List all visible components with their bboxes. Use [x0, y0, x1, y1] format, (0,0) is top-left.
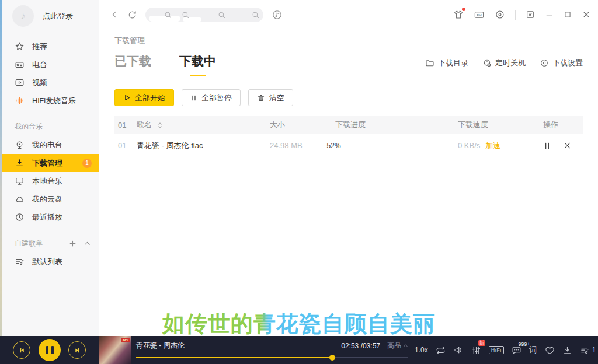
pause-all-label: 全部暂停 [201, 93, 232, 103]
download-directory-button[interactable]: 下载目录 [425, 58, 468, 68]
favorite-heart-icon[interactable] [545, 345, 555, 355]
desktop-lyrics-toggle[interactable]: 词 [529, 345, 537, 355]
row-speed: 0 KB/s [458, 141, 480, 150]
col-progress: 下载进度 [335, 120, 458, 130]
download-settings-label: 下载设置 [552, 58, 583, 68]
sidebar-item-my-radio[interactable]: 我的电台 [2, 136, 99, 154]
sidebar-item-hifi[interactable]: HiFi发烧音乐 [2, 92, 99, 110]
sidebar-item-label: HiFi发烧音乐 [32, 96, 76, 106]
search-icon [164, 10, 172, 19]
quality-selector[interactable]: 高品 [387, 341, 408, 351]
minimize-icon[interactable] [545, 10, 554, 19]
add-playlist-icon[interactable] [69, 240, 77, 247]
player-progress-fill [136, 357, 332, 358]
notification-dot [462, 8, 465, 11]
sidebar-item-label: 下载管理 [32, 158, 62, 169]
sidebar-item-cloud-disk[interactable]: 我的云盘 [2, 190, 99, 208]
row-pause-icon[interactable] [543, 142, 551, 150]
sidebar-item-default-playlist[interactable]: 默认列表 [2, 253, 99, 271]
start-all-button[interactable]: 全部开始 [114, 89, 174, 106]
player-progress-bar[interactable] [136, 357, 408, 358]
next-track-button[interactable] [68, 341, 86, 359]
skin-theme-icon[interactable] [453, 9, 464, 20]
download-icon [15, 158, 25, 168]
playback-rate-button[interactable]: 1.0x [415, 346, 428, 354]
svg-text:FM: FM [477, 13, 482, 16]
mini-mode-icon[interactable] [526, 10, 535, 19]
settings-icon[interactable] [495, 9, 505, 20]
col-speed: 下载速度 [458, 120, 543, 130]
clear-button[interactable]: 清空 [248, 89, 293, 106]
sidebar-section-my-music: 我的音乐 [2, 118, 99, 135]
timed-shutdown-button[interactable]: 定时关机 [482, 58, 526, 68]
refresh-icon[interactable] [127, 10, 137, 20]
now-playing-title: 青花瓷 - 周杰伦 [136, 341, 185, 351]
song-recognition-icon[interactable] [272, 9, 283, 20]
hifi-quality-button[interactable]: HiFi [489, 346, 504, 354]
close-icon[interactable] [582, 10, 591, 19]
queue-count: 1 [592, 346, 596, 354]
download-settings-button[interactable]: 下载设置 [540, 58, 583, 68]
row-song-name: 青花瓷 - 周杰伦.flac [137, 141, 270, 151]
fm-icon[interactable]: FM [474, 9, 485, 20]
sidebar-item-label: 我的云盘 [32, 194, 62, 205]
equalizer-button[interactable]: 新 [471, 345, 481, 355]
play-queue-button[interactable]: 1 [580, 345, 596, 355]
titlebar-divider [515, 10, 516, 20]
chevron-up-icon [403, 343, 408, 348]
user-row[interactable]: ♪ 点此登录 [2, 0, 99, 28]
play-pause-button[interactable] [39, 339, 61, 361]
row-index: 01 [118, 141, 137, 150]
previous-track-button[interactable] [13, 341, 30, 359]
sidebar-item-recent-played[interactable]: 最近播放 [2, 208, 99, 226]
timed-shutdown-label: 定时关机 [495, 58, 526, 68]
maximize-icon[interactable] [564, 10, 572, 19]
tab-downloading[interactable]: 下载中 [179, 53, 216, 76]
player-icon-row: 1.0x 新 HiFi 999+ 词 1 [415, 336, 593, 364]
sidebar-item-download-manager[interactable]: 下载管理 1 [2, 154, 99, 172]
page-title: 下载管理 [114, 36, 583, 46]
back-icon[interactable] [110, 10, 119, 19]
gear-icon [540, 58, 549, 68]
pause-icon [190, 94, 197, 102]
login-link[interactable]: 点此登录 [43, 11, 73, 22]
sidebar-item-local-music[interactable]: 本地音乐 [2, 172, 99, 190]
sidebar-item-video[interactable]: 视频 [2, 74, 99, 92]
timer-power-icon [482, 58, 492, 68]
monitor-icon [15, 176, 25, 186]
loop-mode-icon[interactable] [436, 345, 446, 355]
time-separator: / [359, 342, 363, 350]
search-input[interactable] [145, 8, 263, 22]
sidebar-item-radio[interactable]: 电台 [2, 55, 99, 74]
collapse-playlists-icon[interactable] [84, 240, 91, 247]
sidebar-item-label: 电台 [32, 60, 47, 70]
album-art-badge: JAY [121, 338, 130, 342]
my-radio-icon [15, 140, 25, 150]
sort-icon[interactable] [157, 122, 163, 129]
accelerate-link[interactable]: 加速 [485, 141, 500, 151]
download-song-icon[interactable] [562, 345, 572, 355]
pause-all-button[interactable]: 全部暂停 [182, 89, 241, 106]
album-art[interactable]: JAY [99, 336, 131, 364]
time-current: 02:53 [341, 342, 359, 350]
comments-button[interactable]: 999+ [512, 345, 521, 355]
search-icon [217, 10, 226, 19]
sidebar-item-recommend[interactable]: 推荐 [2, 37, 99, 55]
col-index: 01 [118, 121, 137, 130]
start-all-label: 全部开始 [135, 93, 165, 103]
table-header: 01 歌名 大小 下载进度 下载速度 操作 [114, 116, 583, 134]
sidebar: ♪ 点此登录 推荐 电台 视频 HiFi发烧音乐 我的音乐 [2, 0, 99, 336]
quality-label: 高品 [387, 341, 401, 351]
time-total: 03:57 [363, 342, 380, 350]
player-progress-dot[interactable] [329, 355, 335, 360]
avatar[interactable]: ♪ [12, 5, 34, 27]
tab-downloaded[interactable]: 已下载 [114, 53, 151, 76]
row-size: 24.98 MB [270, 141, 335, 150]
previous-icon [18, 346, 26, 354]
sidebar-item-label: 视频 [32, 78, 47, 88]
row-cancel-icon[interactable] [563, 141, 572, 150]
volume-icon[interactable] [453, 345, 464, 355]
app-window: ♪ 点此登录 推荐 电台 视频 HiFi发烧音乐 我的音乐 [2, 0, 598, 336]
table-row[interactable]: 01 青花瓷 - 周杰伦.flac 24.98 MB 52% 0 KB/s 加速 [114, 134, 583, 158]
play-icon [123, 94, 131, 102]
